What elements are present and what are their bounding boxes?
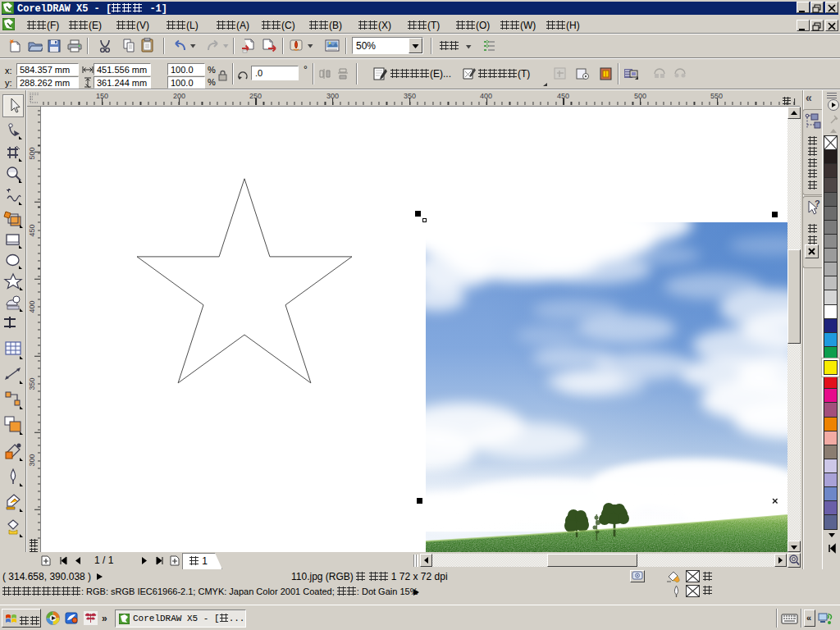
svg-text:?: ? bbox=[815, 199, 820, 208]
